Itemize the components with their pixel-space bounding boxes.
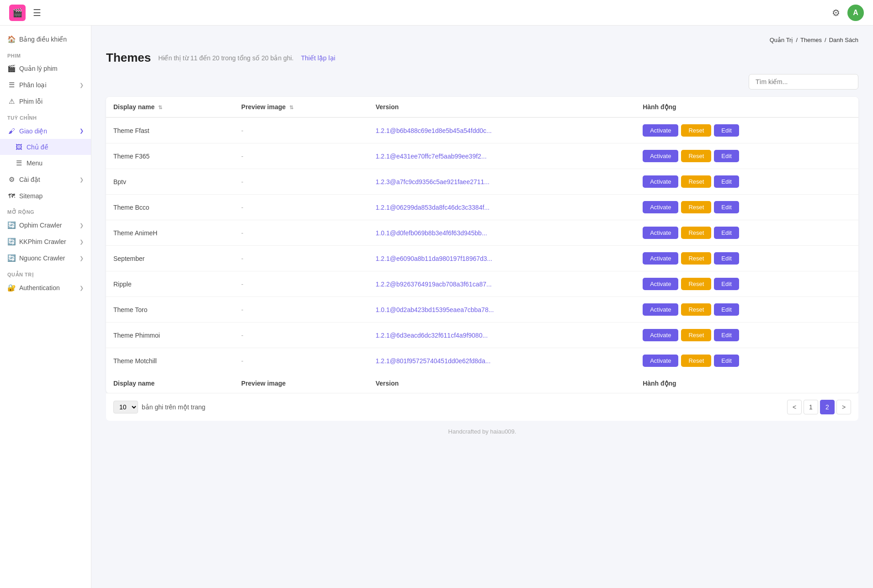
hamburger-icon[interactable]: ☰: [33, 7, 41, 18]
cell-preview-image: -: [234, 195, 368, 220]
cell-display-name: September: [106, 246, 234, 271]
cell-preview-image: -: [234, 348, 368, 374]
reset-button[interactable]: Reset: [681, 329, 711, 341]
reset-button[interactable]: Reset: [681, 278, 711, 290]
sidebar-item-menu[interactable]: ☰ Menu: [0, 155, 91, 171]
avatar[interactable]: A: [847, 5, 864, 21]
activate-button[interactable]: Activate: [643, 150, 678, 162]
edit-button[interactable]: Edit: [714, 278, 739, 290]
activate-button[interactable]: Activate: [643, 303, 678, 316]
search-bar-wrapper: [106, 74, 858, 90]
cell-preview-image: -: [234, 246, 368, 271]
warning-icon: ⚠: [7, 97, 16, 106]
action-group: Activate Reset Edit: [643, 201, 851, 213]
table-row: Theme Bcco - 1.2.1@06299da853da8fc46dc3c…: [106, 195, 858, 220]
reset-button[interactable]: Reset: [681, 124, 711, 137]
sort-icon-preview: ⇅: [289, 105, 293, 110]
chevron-down-icon: ❯: [80, 128, 84, 134]
section-phim: PHIM: [0, 48, 91, 60]
sidebar-label-nguonc: Nguonc Crawler: [19, 254, 76, 262]
page-2-button[interactable]: 2: [820, 400, 835, 414]
reset-button[interactable]: Reset: [681, 252, 711, 265]
edit-button[interactable]: Edit: [714, 303, 739, 316]
edit-button[interactable]: Edit: [714, 355, 739, 367]
cell-preview-image: -: [234, 297, 368, 323]
table-row: Theme Motchill - 1.2.1@801f95725740451dd…: [106, 348, 858, 374]
cell-action: Activate Reset Edit: [635, 271, 858, 297]
sidebar-item-cai-dat[interactable]: ⚙ Cài đặt ❯: [0, 171, 91, 188]
edit-button[interactable]: Edit: [714, 252, 739, 265]
sidebar-item-nguonc[interactable]: 🔄 Nguonc Crawler ❯: [0, 250, 91, 266]
activate-button[interactable]: Activate: [643, 201, 678, 213]
sidebar-item-dashboard[interactable]: 🏠 Bảng điều khiển: [0, 31, 91, 48]
sidebar-label-phim-loi: Phim lỗi: [19, 98, 84, 105]
reset-button[interactable]: Reset: [681, 175, 711, 188]
prev-page-button[interactable]: <: [787, 400, 802, 414]
footer-col-action: Hành động: [635, 373, 858, 393]
cell-version: 1.0.1@0d2ab423bd15395eaea7cbba78...: [368, 297, 635, 323]
sidebar-item-phim-loi[interactable]: ⚠ Phim lỗi: [0, 93, 91, 110]
page-1-button[interactable]: 1: [804, 400, 818, 414]
reset-button[interactable]: Reset: [681, 227, 711, 239]
chevron-right-icon-nguonc: ❯: [80, 255, 84, 261]
gear-icon[interactable]: ⚙: [832, 7, 840, 18]
col-preview-image[interactable]: Preview image ⇅: [234, 97, 368, 117]
cell-display-name: Ripple: [106, 271, 234, 297]
table-row: Theme F365 - 1.2.1@e431ee70ffc7ef5aab99e…: [106, 143, 858, 169]
sidebar-item-quan-ly-phim[interactable]: 🎬 Quản lý phim: [0, 60, 91, 77]
search-input[interactable]: [749, 74, 858, 90]
sidebar: 🏠 Bảng điều khiển PHIM 🎬 Quản lý phim ☰ …: [0, 26, 91, 588]
sidebar-item-chu-de[interactable]: 🖼 Chủ đề: [0, 139, 91, 155]
action-group: Activate Reset Edit: [643, 329, 851, 341]
activate-button[interactable]: Activate: [643, 252, 678, 265]
sidebar-label-cai-dat: Cài đặt: [19, 176, 76, 183]
activate-button[interactable]: Activate: [643, 227, 678, 239]
page-title: Themes: [106, 51, 151, 65]
per-page-select[interactable]: 10 20 50: [113, 401, 138, 413]
sidebar-item-sitemap[interactable]: 🗺 Sitemap: [0, 188, 91, 204]
cell-display-name: Theme Toro: [106, 297, 234, 323]
sidebar-item-ophim[interactable]: 🔄 Ophim Crawler ❯: [0, 217, 91, 233]
cell-version: 1.2.1@e431ee70ffc7ef5aab99ee39f2...: [368, 143, 635, 169]
home-icon: 🏠: [7, 35, 16, 43]
breadcrumb-current: Danh Sách: [829, 37, 858, 43]
crawler-icon-kkphim: 🔄: [7, 238, 16, 246]
activate-button[interactable]: Activate: [643, 278, 678, 290]
edit-button[interactable]: Edit: [714, 329, 739, 341]
edit-button[interactable]: Edit: [714, 124, 739, 137]
cell-preview-image: -: [234, 117, 368, 143]
edit-button[interactable]: Edit: [714, 227, 739, 239]
chevron-right-icon-kkphim: ❯: [80, 239, 84, 245]
sidebar-item-giao-dien[interactable]: 🖌 Giao diện ❯: [0, 123, 91, 139]
sidebar-label-ophim: Ophim Crawler: [19, 222, 76, 229]
cell-preview-image: -: [234, 143, 368, 169]
activate-button[interactable]: Activate: [643, 175, 678, 188]
activate-button[interactable]: Activate: [643, 329, 678, 341]
next-page-button[interactable]: >: [836, 400, 851, 414]
activate-button[interactable]: Activate: [643, 124, 678, 137]
sidebar-item-authentication[interactable]: 🔐 Authentication ❯: [0, 280, 91, 296]
lock-icon: 🔐: [7, 284, 16, 292]
sitemap-icon: 🗺: [7, 192, 16, 200]
edit-button[interactable]: Edit: [714, 201, 739, 213]
reset-button[interactable]: Reset: [681, 303, 711, 316]
sidebar-item-kkphim[interactable]: 🔄 KKPhim Crawler ❯: [0, 233, 91, 250]
cell-version: 1.2.3@a7fc9cd9356c5ae921faee2711...: [368, 169, 635, 195]
cell-version: 1.2.1@e6090a8b11da980197f18967d3...: [368, 246, 635, 271]
edit-button[interactable]: Edit: [714, 150, 739, 162]
sidebar-label-menu: Menu: [27, 159, 84, 167]
edit-button[interactable]: Edit: [714, 175, 739, 188]
table-row: Theme Phimmoi - 1.2.1@6d3eacd6dc32f611cf…: [106, 323, 858, 348]
action-group: Activate Reset Edit: [643, 252, 851, 265]
table-row: Theme Toro - 1.0.1@0d2ab423bd15395eaea7c…: [106, 297, 858, 323]
cell-action: Activate Reset Edit: [635, 220, 858, 246]
reset-button[interactable]: Reset: [681, 150, 711, 162]
reset-link[interactable]: Thiết lập lại: [301, 54, 335, 62]
reset-button[interactable]: Reset: [681, 355, 711, 367]
sidebar-label-quan-ly-phim: Quản lý phim: [19, 65, 84, 72]
col-display-name[interactable]: Display name ⇅: [106, 97, 234, 117]
cell-preview-image: -: [234, 271, 368, 297]
activate-button[interactable]: Activate: [643, 355, 678, 367]
sidebar-item-phan-loai[interactable]: ☰ Phân loại ❯: [0, 77, 91, 93]
reset-button[interactable]: Reset: [681, 201, 711, 213]
